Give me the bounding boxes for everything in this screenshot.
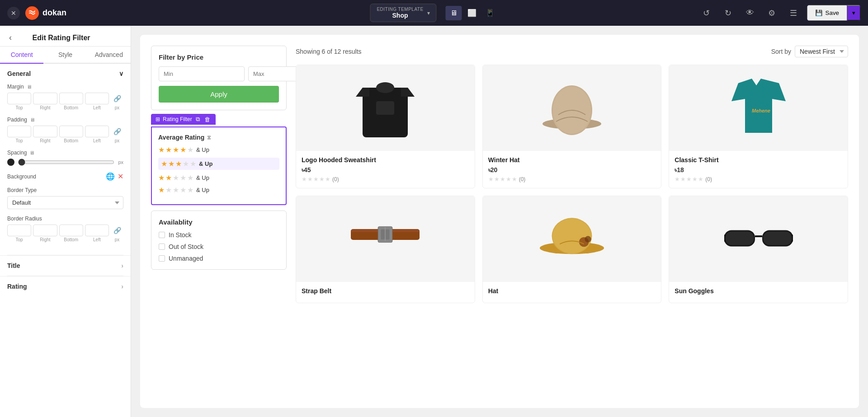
margin-right-input[interactable] — [33, 93, 57, 104]
save-label: Save — [826, 9, 839, 16]
price-inputs — [159, 66, 279, 81]
rating-collapsible[interactable]: Rating › — [0, 276, 131, 296]
border-radius-right-input[interactable] — [33, 225, 57, 236]
product-rating-0: ★ ★ ★ ★ ★ (0) — [302, 176, 469, 183]
product-price-2: ৳18 — [675, 166, 842, 174]
spacing-slider[interactable] — [18, 159, 114, 166]
product-info-2: Classic T-Shirt ৳18 ★ ★ ★ ★ ★ — [669, 151, 848, 188]
tablet-device-button[interactable]: ⬜ — [464, 6, 480, 20]
products-area: Showing 6 of 12 results Sort by Newest F… — [296, 46, 848, 303]
mobile-device-button[interactable]: 📱 — [482, 6, 498, 20]
tab-content[interactable]: Content — [0, 47, 43, 64]
apply-button[interactable]: Apply — [159, 86, 279, 103]
padding-bottom-input[interactable] — [59, 126, 83, 137]
border-radius-left-label: Left — [85, 237, 109, 242]
rating-count-1: (0) — [519, 176, 526, 183]
rating-filter-delete-button[interactable]: 🗑 — [203, 116, 211, 123]
stars-1: ★ ★ ★ ★ ★ — [158, 186, 193, 194]
filter-icon: ⧖ — [207, 134, 211, 141]
background-global-icon[interactable]: 🌐 — [106, 172, 115, 181]
undo-button[interactable]: ↺ — [698, 5, 715, 21]
product-name-3: Strap Belt — [302, 287, 469, 295]
product-rating-2: ★ ★ ★ ★ ★ (0) — [675, 176, 842, 183]
rating-row-4[interactable]: ★ ★ ★ ★ ★ & Up — [158, 145, 279, 154]
star-1-1: ★ — [158, 186, 165, 194]
layers-button[interactable]: ☰ — [785, 5, 802, 21]
star-3-4: ★ — [183, 159, 189, 168]
padding-top-label: Top — [7, 138, 31, 143]
apply-label: Apply — [210, 90, 227, 98]
general-header[interactable]: General ∨ — [7, 70, 123, 77]
back-button[interactable]: ✕ — [7, 7, 20, 19]
background-field: Background 🌐 ✕ — [7, 172, 123, 181]
belt-svg — [349, 216, 421, 253]
save-dropdown-button[interactable]: ▾ — [847, 5, 861, 21]
product-info-3: Strap Belt — [296, 282, 475, 303]
title-collapsible[interactable]: Title › — [0, 255, 131, 276]
redo-button[interactable]: ↻ — [720, 5, 736, 21]
device-switcher: 🖥 ⬜ 📱 — [446, 6, 498, 20]
topbar-right: ↺ ↻ 👁 ⚙ ☰ 💾 Save ▾ — [698, 5, 861, 21]
tab-advanced[interactable]: Advanced — [87, 47, 131, 64]
preview-button[interactable]: 👁 — [742, 5, 758, 21]
padding-right-input[interactable] — [33, 126, 57, 137]
spacing-field: Spacing 🖥 px — [7, 150, 123, 166]
unmanaged-checkbox[interactable] — [159, 255, 165, 262]
border-radius-link-icon[interactable]: 🔗 — [111, 227, 123, 234]
spacing-label: Spacing 🖥 — [7, 150, 123, 156]
margin-left-input[interactable] — [85, 93, 109, 104]
border-radius-bottom-label: Bottom — [59, 237, 83, 242]
border-radius-bottom-input[interactable] — [59, 225, 83, 236]
rating-filter-toolbar-label: Rating Filter — [163, 116, 192, 122]
app-name: dokan — [42, 8, 66, 18]
padding-right-label: Right — [33, 138, 57, 143]
hat-image — [540, 74, 604, 142]
rating-row-2[interactable]: ★ ★ ★ ★ ★ & Up — [158, 173, 279, 182]
sort-select[interactable]: Newest First — [795, 46, 848, 57]
rating-count-2: (0) — [705, 176, 712, 183]
product-name-2: Classic T-Shirt — [675, 156, 842, 164]
save-main-button[interactable]: 💾 Save — [807, 5, 847, 21]
save-button-group: 💾 Save ▾ — [807, 5, 861, 21]
product-name-5: Sun Goggles — [675, 287, 842, 295]
margin-link-icon[interactable]: 🔗 — [111, 95, 123, 102]
product-name-0: Logo Hooded Sweatshirt — [302, 156, 469, 164]
rating-row-1[interactable]: ★ ★ ★ ★ ★ & Up — [158, 186, 279, 194]
margin-top-input[interactable] — [7, 93, 31, 104]
star-2-4: ★ — [180, 173, 186, 182]
editing-template-button[interactable]: EDITING TEMPLATE Shop ▾ — [370, 4, 436, 22]
svg-text:Mehene: Mehene — [752, 108, 770, 113]
topbar-center: EDITING TEMPLATE Shop ▾ 🖥 ⬜ 📱 — [370, 4, 498, 22]
tab-content-label: Content — [11, 51, 33, 58]
background-clear-icon[interactable]: ✕ — [118, 172, 123, 181]
border-type-select[interactable]: Default None Solid Double — [7, 196, 123, 209]
star-1-4: ★ — [180, 186, 186, 194]
rating-row-3[interactable]: ★ ★ ★ ★ ★ & Up — [158, 158, 279, 170]
star-4-3: ★ — [173, 145, 179, 154]
price-min-input[interactable] — [159, 66, 245, 81]
availability-box: Availablity In Stock Out of Stock Unmana… — [151, 211, 287, 270]
border-radius-right-label: Right — [33, 237, 57, 242]
padding-link-icon[interactable]: 🔗 — [111, 128, 123, 135]
padding-left-input[interactable] — [85, 126, 109, 137]
star-4-1: ★ — [158, 145, 165, 154]
rating-filter-copy-button[interactable]: ⧉ — [195, 116, 201, 123]
out-of-stock-checkbox[interactable] — [159, 244, 165, 250]
padding-top-input[interactable] — [7, 126, 31, 137]
margin-bottom-input[interactable] — [59, 93, 83, 104]
settings-button[interactable]: ⚙ — [764, 5, 780, 21]
tab-style[interactable]: Style — [43, 47, 87, 64]
product-img-2: Mehene — [669, 65, 848, 151]
border-radius-left-input[interactable] — [85, 225, 109, 236]
products-grid: Logo Hooded Sweatshirt ৳45 ★ ★ ★ ★ ★ — [296, 65, 848, 303]
border-radius-top-input[interactable] — [7, 225, 31, 236]
rating-filter-toolbar: ⊞ Rating Filter ⧉ 🗑 — [151, 114, 216, 125]
in-stock-checkbox[interactable] — [159, 232, 165, 238]
svg-rect-5 — [376, 101, 394, 115]
editing-template-info: EDITING TEMPLATE Shop — [377, 7, 423, 19]
desktop-device-button[interactable]: 🖥 — [446, 6, 462, 20]
sidebar-back-button[interactable]: ‹ — [9, 33, 12, 42]
stars-3: ★ ★ ★ ★ ★ — [161, 159, 196, 168]
sidebar: ‹ Edit Rating Filter Content Style Advan… — [0, 26, 131, 417]
sunglasses-svg — [722, 216, 795, 253]
